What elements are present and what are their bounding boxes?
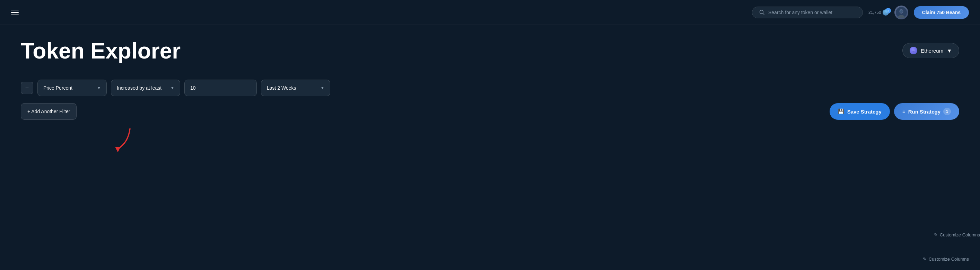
customize-edit-icon: ✎ [923, 256, 927, 262]
save-strategy-label: Save Strategy [847, 109, 881, 114]
nav-right: Search for any token or wallet 1 21,750 … [752, 6, 969, 19]
filter-section: − Price Percent ▼ Increased by at least … [21, 79, 959, 120]
network-selector[interactable]: Ethereum ▼ [902, 43, 959, 58]
beans-count-row: 21,750 [869, 10, 889, 16]
filter-condition-select[interactable]: Increased by at least ▼ [111, 79, 180, 96]
beans-counter: 1 21,750 [869, 10, 889, 16]
filter-type-label: Price Percent [43, 85, 72, 91]
beans-amount: 21,750 [869, 10, 881, 15]
customize-columns-fixed[interactable]: ✎ Customize Columns [923, 256, 969, 262]
filter-timeframe-chevron: ▼ [321, 86, 325, 90]
red-arrow-svg [107, 125, 138, 156]
page-header: Token Explorer Ethereum ▼ [21, 39, 959, 63]
filter-condition-chevron: ▼ [170, 86, 174, 90]
arrow-annotation [107, 125, 138, 158]
network-label: Ethereum [921, 48, 943, 54]
navbar: Search for any token or wallet 1 21,750 … [0, 0, 980, 25]
actions-row: + Add Another Filter 💾 Save Strategy ≡ R… [21, 103, 959, 120]
edit-icon: ✎ [934, 232, 938, 237]
save-strategy-button[interactable]: 💾 Save Strategy [830, 103, 890, 120]
add-filter-button[interactable]: + Add Another Filter [21, 103, 76, 120]
run-badge: 1 [943, 108, 951, 115]
filter-timeframe-select[interactable]: Last 2 Weeks ▼ [261, 79, 330, 96]
menu-icon[interactable] [11, 10, 19, 15]
svg-line-1 [763, 13, 764, 14]
avatar[interactable] [894, 6, 908, 19]
chevron-down-icon: ▼ [947, 48, 952, 54]
filter-type-chevron: ▼ [97, 86, 101, 90]
search-bar[interactable]: Search for any token or wallet [752, 6, 863, 18]
bean-icon [883, 10, 889, 16]
svg-marker-9 [115, 147, 121, 152]
main-content: Token Explorer Ethereum ▼ − Price Percen… [0, 25, 980, 133]
remove-filter-button[interactable]: − [21, 82, 33, 94]
search-placeholder: Search for any token or wallet [768, 10, 832, 15]
claim-beans-button[interactable]: Claim 750 Beans [914, 6, 969, 19]
filter-condition-label: Increased by at least [117, 85, 161, 91]
run-strategy-button[interactable]: ≡ Run Strategy 1 [894, 103, 959, 120]
filter-row: − Price Percent ▼ Increased by at least … [21, 79, 959, 96]
nav-left [11, 10, 19, 15]
customize-columns[interactable]: ✎ Customize Columns [934, 232, 980, 237]
filter-value-input[interactable] [185, 79, 257, 96]
customize-columns-text: Customize Columns [929, 256, 969, 262]
filter-type-select[interactable]: Price Percent ▼ [37, 79, 107, 96]
customize-columns-label: Customize Columns [940, 232, 980, 237]
action-buttons: 💾 Save Strategy ≡ Run Strategy 1 [830, 103, 959, 120]
search-icon [759, 10, 765, 15]
save-icon: 💾 [838, 108, 845, 114]
page-title: Token Explorer [21, 39, 181, 63]
ethereum-icon [910, 47, 917, 54]
run-strategy-label: Run Strategy [908, 109, 940, 114]
filter-icon: ≡ [902, 109, 905, 114]
filter-timeframe-label: Last 2 Weeks [267, 85, 296, 91]
